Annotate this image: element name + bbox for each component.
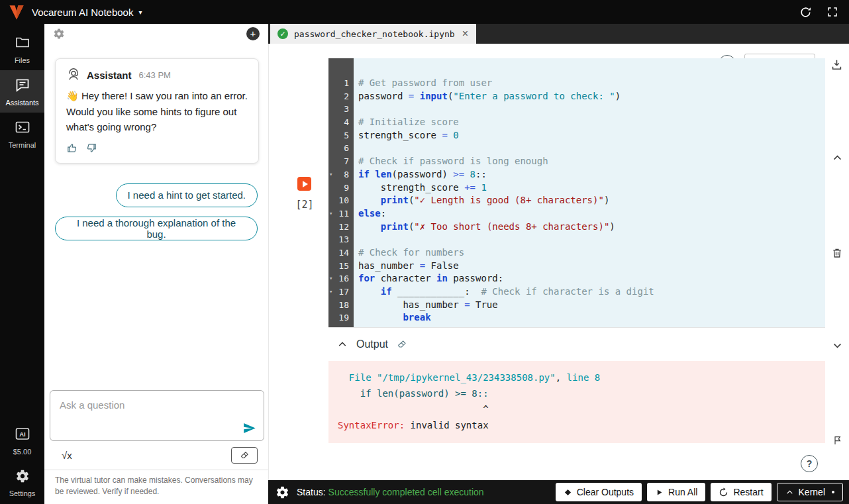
play-icon xyxy=(303,181,308,187)
line-number: 15 xyxy=(328,260,354,273)
fold-chevron-icon[interactable]: ▾ xyxy=(329,272,332,285)
run-all-button[interactable]: Run All xyxy=(647,483,705,501)
code-line[interactable] xyxy=(358,103,825,116)
code-line[interactable]: print("✗ Too short (needs 8+ characters)… xyxy=(358,221,825,234)
line-number: 18 xyxy=(328,299,354,312)
pin-icon[interactable] xyxy=(832,435,843,446)
code-line[interactable]: strength_score += 1 xyxy=(358,181,825,195)
suggestion-hint-button[interactable]: I need a hint to get started. xyxy=(116,183,258,207)
code-line[interactable]: if len(password) >= 8:: xyxy=(358,168,825,181)
button-label: Kernel xyxy=(799,487,825,497)
fullscreen-icon[interactable] xyxy=(826,6,838,18)
restart-button[interactable]: Restart xyxy=(711,483,771,501)
button-label: Restart xyxy=(733,487,763,497)
fold-chevron-icon[interactable]: ▾ xyxy=(329,207,332,221)
code-line[interactable]: # Check for numbers xyxy=(358,246,825,260)
kernel-status-dot xyxy=(832,491,834,493)
question-input[interactable] xyxy=(50,391,264,440)
vocareum-logo-icon[interactable] xyxy=(8,3,25,21)
line-number: 7 xyxy=(328,155,354,168)
fold-chevron-icon[interactable]: ▾ xyxy=(329,285,332,299)
send-icon[interactable] xyxy=(242,421,256,435)
code-line[interactable]: has_number = True xyxy=(358,299,825,312)
code-line[interactable]: strength_score = 0 xyxy=(358,129,825,142)
folder-icon xyxy=(15,34,30,53)
code-cell[interactable]: 1234567▾8910▾1112131415▾16▾171819 # Get … xyxy=(328,58,825,327)
credits-label: $5.00 xyxy=(13,448,32,456)
collapse-output-icon[interactable] xyxy=(337,339,348,350)
line-number: 4 xyxy=(328,116,354,129)
code-line[interactable]: # Check if password is long enough xyxy=(358,155,825,168)
sidebar-item-credits[interactable]: AI $5.00 xyxy=(0,419,44,462)
thumbs-down-icon[interactable] xyxy=(86,142,97,154)
line-number: 6 xyxy=(328,142,354,155)
output-label: Output xyxy=(356,338,388,350)
code-line[interactable]: for character in password: xyxy=(358,272,825,285)
line-number: 1 xyxy=(328,77,354,90)
expand-output-icon[interactable] xyxy=(832,340,843,351)
output-line: if len(password) >= 8:: xyxy=(338,385,816,401)
button-label: Run All xyxy=(668,487,697,497)
line-number: 14 xyxy=(328,246,354,260)
code-line[interactable] xyxy=(358,142,825,155)
output-content: File "/tmp/ipykernel_43/234338508.py", l… xyxy=(328,361,825,443)
chevron-down-icon: ▾ xyxy=(138,9,142,16)
close-icon[interactable]: × xyxy=(462,28,468,40)
line-number: 19 xyxy=(328,311,354,325)
line-number: ▾11 xyxy=(328,207,354,221)
sidebar-spacer xyxy=(0,155,44,419)
assistant-composer-area: √x The virtual tutor can make mistakes. … xyxy=(44,390,268,504)
run-cell-button[interactable] xyxy=(297,177,311,191)
new-chat-button[interactable]: + xyxy=(246,27,260,40)
gear-icon[interactable] xyxy=(275,485,289,499)
line-number: ▾8 xyxy=(328,168,354,181)
code-line[interactable]: password = input("Enter a password to ch… xyxy=(358,90,825,103)
code-line[interactable]: else: xyxy=(358,207,825,221)
assistant-panel-header: + xyxy=(44,24,268,44)
code-line[interactable]: print("✓ Length is good (8+ characters)"… xyxy=(358,194,825,207)
gear-icon[interactable] xyxy=(53,28,65,40)
line-number: 3 xyxy=(328,103,354,116)
execution-count: [2] xyxy=(293,199,317,211)
refresh-icon[interactable] xyxy=(799,6,812,19)
tab-notebook[interactable]: ✓ password_checker_notebook.ipynb × xyxy=(270,24,476,44)
line-number: 9 xyxy=(328,181,354,195)
clear-input-button[interactable] xyxy=(231,447,258,464)
assistant-chat-area: Assistant 6:43 PM 👋 Hey there! I saw you… xyxy=(44,44,268,390)
thumbs-up-icon[interactable] xyxy=(66,142,77,154)
sidebar-item-assistants[interactable]: Assistants xyxy=(0,70,44,113)
assistant-name: Assistant xyxy=(87,70,132,81)
assistant-message-card: Assistant 6:43 PM 👋 Hey there! I saw you… xyxy=(55,58,259,164)
delete-cell-icon[interactable] xyxy=(831,247,843,259)
help-button-bottom[interactable]: ? xyxy=(801,455,818,472)
code-line[interactable]: break xyxy=(358,311,825,325)
download-icon[interactable] xyxy=(830,58,843,71)
line-number: 2 xyxy=(328,90,354,103)
code-line[interactable]: # Get password from user xyxy=(358,77,825,90)
sidebar-item-settings[interactable]: Settings xyxy=(0,462,44,504)
sidebar-item-terminal[interactable]: Terminal xyxy=(0,113,44,155)
code-line[interactable]: # Initialize score xyxy=(358,116,825,129)
chat-icon xyxy=(15,77,30,95)
kernel-button[interactable]: Kernel xyxy=(777,483,843,501)
code-line[interactable]: has_number = False xyxy=(358,260,825,273)
app-title-menu[interactable]: Vocareum AI Notebook ▾ xyxy=(32,7,142,18)
fold-chevron-icon[interactable]: ▾ xyxy=(329,168,332,181)
code-line[interactable] xyxy=(358,233,825,246)
sidebar-item-files[interactable]: Files xyxy=(0,28,44,70)
clear-output-icon[interactable] xyxy=(397,339,407,350)
clear-outputs-button[interactable]: Clear Outputs xyxy=(556,483,642,501)
restart-icon xyxy=(719,487,728,497)
suggestion-explanation-button[interactable]: I need a thorough explanation of the bug… xyxy=(55,217,258,240)
tutor-disclaimer: The virtual tutor can make mistakes. Con… xyxy=(50,470,264,504)
output-line: SyntaxError: invalid syntax xyxy=(338,417,816,433)
code-line[interactable]: if ____________: # Check if character is… xyxy=(358,285,825,299)
line-number: 12 xyxy=(328,221,354,234)
collapse-cell-icon[interactable] xyxy=(832,152,843,164)
code-area[interactable]: # Get password from userpassword = input… xyxy=(354,58,825,327)
button-label: Clear Outputs xyxy=(577,487,634,497)
math-input-icon[interactable]: √x xyxy=(62,450,72,461)
sidebar-item-label: Terminal xyxy=(9,141,36,149)
sidebar-item-label: Files xyxy=(15,56,30,64)
line-number: 5 xyxy=(328,129,354,142)
